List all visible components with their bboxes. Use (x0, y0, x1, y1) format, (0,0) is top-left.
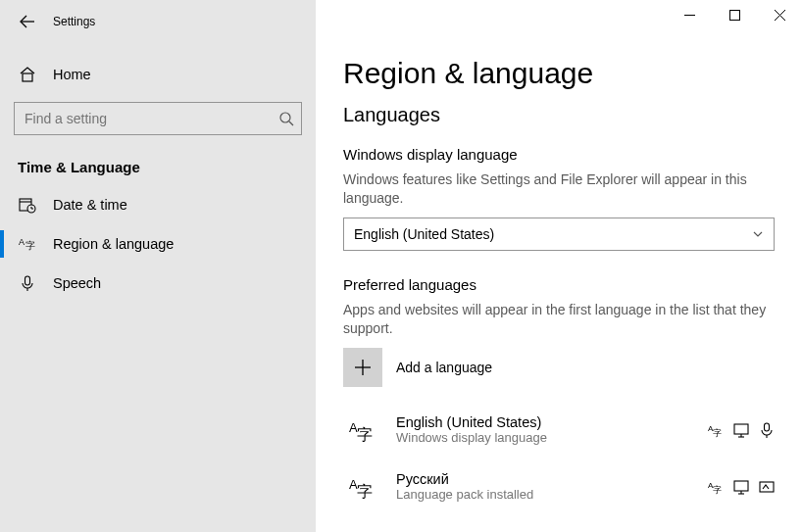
language-name: Русский (396, 471, 708, 487)
minimize-button[interactable] (667, 0, 712, 29)
svg-text:字: 字 (713, 428, 722, 438)
language-icon: A 字 (18, 235, 37, 253)
svg-text:字: 字 (357, 483, 373, 500)
display-icon (733, 479, 749, 495)
content: Region & language Languages Windows disp… (316, 33, 802, 518)
home-icon (18, 66, 37, 83)
add-language-button[interactable]: Add a language (343, 348, 775, 387)
sidebar-section-title: Time & Language (18, 159, 316, 175)
svg-rect-11 (25, 276, 30, 285)
search-input[interactable] (14, 102, 302, 135)
calendar-clock-icon (18, 196, 37, 214)
display-language-dropdown[interactable]: English (United States) (343, 218, 775, 251)
svg-rect-14 (729, 10, 739, 20)
language-texts: Русский Language pack installed (396, 471, 708, 502)
search-wrap (14, 102, 302, 135)
preferred-languages-desc: Apps and websites will appear in the fir… (343, 301, 775, 338)
language-pack-icon: A字 (708, 479, 724, 495)
sidebar: Settings Home Time & Language Date & tim… (0, 0, 316, 532)
language-subtitle: Windows display language (396, 430, 708, 445)
svg-text:A: A (19, 237, 25, 247)
svg-rect-32 (734, 481, 748, 491)
display-language-heading: Windows display language (343, 146, 775, 163)
maximize-button[interactable] (712, 0, 757, 29)
svg-rect-1 (23, 73, 32, 81)
back-button[interactable] (12, 6, 43, 37)
svg-text:字: 字 (713, 485, 722, 495)
main: Region & language Languages Windows disp… (316, 0, 802, 532)
sidebar-item-label: Date & time (53, 197, 127, 213)
sidebar-item-date-time[interactable]: Date & time (0, 185, 316, 224)
sidebar-item-speech[interactable]: Speech (0, 264, 316, 303)
language-row[interactable]: A字 English (United States) Windows displ… (343, 405, 775, 461)
language-texts: English (United States) Windows display … (396, 414, 708, 445)
speech-icon (759, 422, 775, 438)
language-pack-icon: A字 (708, 422, 724, 438)
add-language-label: Add a language (396, 360, 492, 375)
svg-text:字: 字 (357, 426, 373, 443)
handwriting-icon (759, 479, 775, 495)
close-button[interactable] (757, 0, 802, 29)
sidebar-item-label: Speech (53, 275, 101, 291)
plus-icon (353, 358, 373, 377)
svg-rect-23 (734, 424, 748, 434)
maximize-icon (729, 10, 740, 21)
language-badges: A字 (708, 422, 775, 438)
language-glyph-icon: A字 (343, 467, 382, 507)
microphone-icon (18, 274, 37, 292)
sidebar-home-label: Home (53, 67, 91, 82)
svg-text:字: 字 (25, 240, 35, 251)
back-arrow-icon (19, 13, 36, 30)
display-icon (733, 422, 749, 438)
sidebar-item-home[interactable]: Home (0, 55, 316, 94)
titlebar (316, 0, 802, 33)
close-icon (775, 10, 785, 21)
language-name: English (United States) (396, 414, 708, 430)
language-glyph-icon: A字 (343, 411, 382, 450)
sidebar-top: Settings (0, 0, 316, 43)
sidebar-item-region-language[interactable]: A 字 Region & language (0, 224, 316, 264)
chevron-down-icon (752, 228, 764, 240)
preferred-languages-heading: Preferred languages (343, 276, 775, 293)
languages-heading: Languages (343, 104, 775, 126)
display-language-value: English (United States) (354, 226, 494, 242)
window-title: Settings (53, 15, 95, 28)
minimize-icon (684, 10, 695, 21)
language-subtitle: Language pack installed (396, 487, 708, 502)
language-badges: A字 (708, 479, 775, 495)
display-language-desc: Windows features like Settings and File … (343, 170, 775, 208)
plus-box (343, 348, 382, 387)
page-title: Region & language (343, 57, 775, 90)
language-row[interactable]: A字 Русский Language pack installed A字 (343, 461, 775, 518)
svg-rect-26 (765, 423, 770, 431)
sidebar-item-label: Region & language (53, 236, 174, 252)
